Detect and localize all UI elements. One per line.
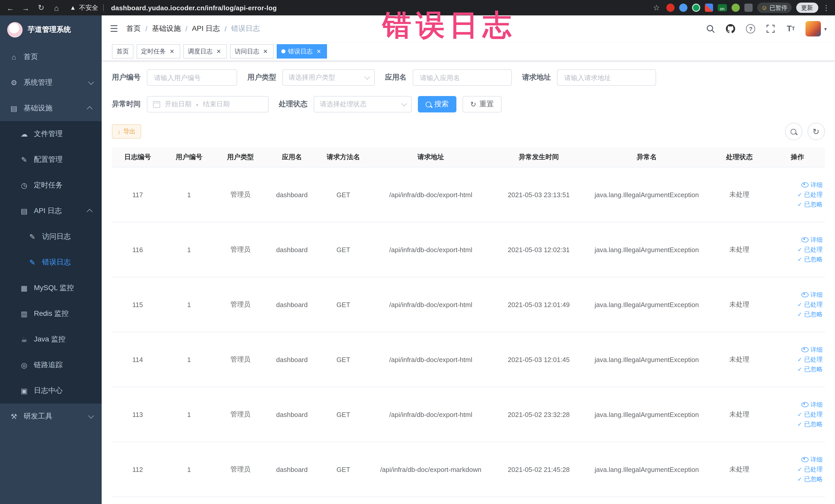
reset-button[interactable]: ↻ 重置	[463, 96, 501, 113]
fullscreen-icon[interactable]	[766, 24, 776, 34]
check-icon: ✓	[797, 366, 802, 372]
processed-link[interactable]: ✓已处理	[772, 355, 823, 364]
exception-time-range[interactable]: 开始日期 - 结束日期	[147, 96, 268, 113]
cell-user-type: 管理员	[215, 332, 266, 387]
refresh-table-button[interactable]: ↻	[807, 123, 825, 140]
detail-link[interactable]: 详细	[772, 290, 823, 300]
sidebar-item-label: API 日志	[34, 206, 62, 216]
processed-link[interactable]: ✓已处理	[772, 245, 823, 255]
cell-time: 2021-05-03 12:01:49	[493, 277, 585, 332]
tab-close-icon[interactable]: ✕	[262, 48, 269, 55]
sidebar-item-label: 访问日志	[42, 232, 71, 241]
tab-close-icon[interactable]: ✕	[215, 48, 222, 55]
request-url-field[interactable]	[563, 73, 650, 82]
tab-close-icon[interactable]: ✕	[315, 48, 322, 55]
bookmark-star-icon[interactable]: ☆	[651, 3, 661, 13]
processed-link[interactable]: ✓已处理	[772, 464, 823, 474]
extension-icon[interactable]	[692, 4, 700, 12]
sidebar-item-error-log[interactable]: ✎ 错误日志	[0, 249, 102, 275]
extension-on-badge[interactable]: on	[717, 4, 727, 11]
sidebar-item-access-log[interactable]: ✎ 访问日志	[0, 224, 102, 249]
app-name-field[interactable]	[419, 73, 506, 82]
cell-log-id: 116	[112, 222, 163, 277]
sidebar-item-system[interactable]: ⚙ 系统管理	[0, 70, 102, 96]
cell-actions: 详细 ✓已处理 ✓已忽略	[770, 332, 825, 387]
browser-menu-icon[interactable]: ⋮	[823, 4, 830, 12]
ignored-link[interactable]: ✓已忽略	[772, 419, 823, 429]
process-status-select[interactable]: 请选择处理状态	[314, 96, 412, 113]
search-icon[interactable]	[706, 24, 716, 34]
forward-button[interactable]: →	[21, 3, 31, 13]
table-row: 115 1 管理员 dashboard GET /api/infra/db-do…	[112, 277, 825, 332]
sidebar-item-log-center[interactable]: ▣ 日志中心	[0, 378, 102, 404]
extension-icon[interactable]	[705, 4, 713, 12]
paused-badge[interactable]: ☺ 已暂停	[757, 3, 791, 13]
detail-link[interactable]: 详细	[772, 400, 823, 409]
request-url-input[interactable]	[557, 69, 656, 86]
sidebar-item-file-manage[interactable]: ☁ 文件管理	[0, 121, 102, 147]
tab-schedule-log[interactable]: 调度日志 ✕	[183, 44, 227, 59]
breadcrumb-current: 错误日志	[231, 24, 260, 33]
breadcrumb-api-log[interactable]: API 日志	[192, 24, 220, 33]
github-icon[interactable]	[726, 24, 736, 34]
extension-icon[interactable]	[666, 4, 674, 12]
sidebar-item-config-manage[interactable]: ✎ 配置管理	[0, 147, 102, 173]
sidebar-item-redis-monitor[interactable]: ▥ Redis 监控	[0, 301, 102, 327]
tab-error-log[interactable]: 错误日志 ✕	[277, 44, 327, 59]
extension-icon[interactable]	[679, 4, 687, 12]
sidebar-item-mysql-monitor[interactable]: ▦ MySQL 监控	[0, 275, 102, 301]
eye-icon	[801, 182, 808, 187]
font-size-icon[interactable]: TT	[786, 24, 796, 34]
sidebar-item-home[interactable]: ⌂ 首页	[0, 44, 102, 70]
tab-home[interactable]: 首页	[112, 44, 134, 59]
processed-link[interactable]: ✓已处理	[772, 300, 823, 309]
back-button[interactable]: ←	[5, 3, 15, 13]
sidebar-item-java-monitor[interactable]: ☕ Java 监控	[0, 327, 102, 352]
refresh-button[interactable]: ↻	[36, 3, 46, 13]
user-type-select[interactable]: 请选择用户类型	[282, 69, 375, 86]
address-bar[interactable]: dashboard.yudao.iocoder.cn/infra/log/api…	[111, 4, 646, 12]
breadcrumb-home[interactable]: 首页	[126, 24, 141, 33]
user-id-input[interactable]	[147, 69, 237, 86]
help-icon[interactable]: ?	[746, 24, 756, 34]
detail-link[interactable]: 详细	[772, 235, 823, 245]
home-button[interactable]: ⌂	[51, 3, 62, 13]
detail-link[interactable]: 详细	[772, 180, 823, 190]
cell-actions: 详细 ✓已处理 ✓已忽略	[770, 167, 825, 222]
detail-link[interactable]: 详细	[772, 345, 823, 355]
tab-access-log[interactable]: 访问日志 ✕	[230, 44, 273, 59]
sidebar-item-dev-tools[interactable]: ⚒ 研发工具	[0, 404, 102, 429]
detail-link[interactable]: 详细	[772, 455, 823, 464]
ignored-link[interactable]: ✓已忽略	[772, 309, 823, 319]
app-logo[interactable]: 芋道管理系统	[0, 15, 102, 44]
check-icon: ✓	[797, 192, 802, 198]
sidebar-toggle-icon[interactable]: ☰	[110, 23, 118, 35]
ignored-link[interactable]: ✓已忽略	[772, 364, 823, 374]
breadcrumb-infra[interactable]: 基础设施	[152, 24, 181, 33]
cell-log-id: 113	[112, 387, 163, 442]
user-menu[interactable]: ▾	[806, 21, 827, 37]
ignored-link[interactable]: ✓已忽略	[772, 255, 823, 264]
extension-icon[interactable]	[731, 4, 739, 12]
processed-link[interactable]: ✓已处理	[772, 190, 823, 200]
sidebar-item-trace[interactable]: ◎ 链路追踪	[0, 352, 102, 378]
tab-scheduled-jobs[interactable]: 定时任务 ✕	[137, 44, 180, 59]
site-security-chip[interactable]: ▲ 不安全	[70, 3, 106, 12]
processed-link[interactable]: ✓已处理	[772, 409, 823, 419]
tab-close-icon[interactable]: ✕	[168, 48, 176, 55]
user-id-field[interactable]	[153, 73, 231, 82]
app-name-input[interactable]	[413, 69, 512, 86]
update-button[interactable]: 更新	[796, 3, 818, 13]
ignored-link[interactable]: ✓已忽略	[772, 474, 823, 484]
search-button[interactable]: 搜索	[418, 96, 456, 113]
cell-user-type: 管理员	[215, 167, 266, 222]
sidebar-item-api-log[interactable]: ▤ API 日志	[0, 198, 102, 224]
user-id-label: 用户编号	[112, 73, 141, 82]
extension-icon[interactable]	[744, 4, 752, 12]
export-button[interactable]: ↓ 导出	[112, 124, 141, 139]
ignored-link[interactable]: ✓已忽略	[772, 200, 823, 209]
toggle-search-button[interactable]	[785, 123, 802, 140]
sidebar-item-infra[interactable]: ▤ 基础设施	[0, 96, 102, 121]
col-app-name: 应用名	[266, 147, 318, 167]
sidebar-item-scheduled-jobs[interactable]: ◷ 定时任务	[0, 173, 102, 198]
